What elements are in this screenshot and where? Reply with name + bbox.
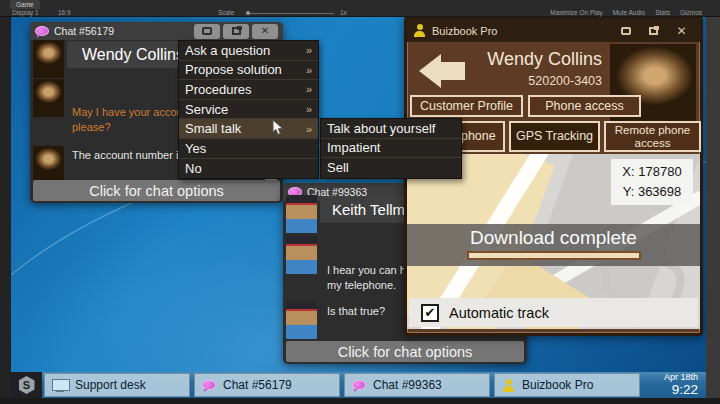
taskbar-item-support-desk[interactable]: Support desk <box>44 373 190 397</box>
automatic-track-row: ✔ Automatic track <box>409 298 698 327</box>
taskbar-item-label: Chat #99363 <box>373 378 442 392</box>
mute-audio-toggle[interactable]: Mute Audio <box>613 9 646 17</box>
back-arrow-shaft <box>440 62 465 80</box>
aspect-select[interactable]: 16:9 <box>58 9 71 17</box>
scale-slider-knob[interactable] <box>246 11 250 15</box>
avatar <box>33 40 64 78</box>
taskbar-item-buizbook[interactable]: Buizbook Pro <box>494 373 640 397</box>
scale-slider[interactable] <box>248 13 334 14</box>
coordinate-y: Y: 363698 <box>613 182 691 202</box>
menu-item-service[interactable]: Service » <box>179 100 318 120</box>
gizmos-toggle[interactable]: Gizmos <box>680 9 702 17</box>
menu-item-label: Yes <box>185 141 206 156</box>
minimize-button[interactable] <box>194 24 220 39</box>
scale-label: Scale <box>218 9 234 17</box>
gps-coordinates: X: 178780 Y: 363698 <box>611 159 693 205</box>
buizbook-window-buttons: ✕ <box>613 23 694 39</box>
menu-item-label: Procedures <box>185 82 251 97</box>
back-arrow-icon <box>419 54 441 88</box>
submenu-arrow-icon: » <box>306 83 312 95</box>
monitor-icon <box>52 379 68 392</box>
submenu-item-sell[interactable]: Sell <box>321 158 461 178</box>
taskbar-item-label: Chat #56179 <box>223 378 292 392</box>
gps-map[interactable]: X: 178780 Y: 363698 Download complete ✔ … <box>407 154 700 329</box>
game-desktop: Chat #56179 ✕ Wendy Collins May I have y… <box>11 17 706 398</box>
automatic-track-checkbox[interactable]: ✔ <box>421 304 439 322</box>
scale-value: 1x <box>340 9 347 17</box>
menu-item-propose-solution[interactable]: Propose solution » <box>179 61 318 81</box>
buizbook-titlebar[interactable]: Buizbook Pro ✕ <box>407 19 700 42</box>
close-button[interactable]: ✕ <box>252 24 278 39</box>
person-icon <box>502 379 515 392</box>
menu-item-label: Propose solution <box>185 62 282 77</box>
remote-phone-access-button[interactable]: Remote phone access <box>604 121 701 152</box>
taskbar-item-chat-56179[interactable]: Chat #56179 <box>194 373 340 397</box>
chat2-options-button[interactable]: Click for chat options <box>286 341 524 362</box>
game-logo-icon: S <box>19 376 35 394</box>
download-progress-bar <box>467 251 641 260</box>
avatar <box>33 146 64 184</box>
minimize-button[interactable] <box>613 23 638 39</box>
display-select[interactable]: Display 1 <box>12 9 39 17</box>
back-button[interactable] <box>419 54 465 88</box>
menu-item-yes[interactable]: Yes <box>179 139 318 159</box>
popout-button[interactable] <box>641 23 666 39</box>
game-tab[interactable]: Game <box>10 0 40 9</box>
person-icon <box>413 24 426 37</box>
menu-item-label: No <box>185 161 202 176</box>
menu-item-label: Small talk <box>185 121 241 136</box>
time-label: 9:22 <box>664 383 698 398</box>
automatic-track-label: Automatic track <box>449 305 549 321</box>
avatar <box>286 301 317 339</box>
editor-left-edge <box>0 17 11 404</box>
contact-name: Wendy Collins <box>487 49 602 70</box>
taskbar-item-label: Support desk <box>75 378 146 392</box>
close-icon: ✕ <box>261 26 269 36</box>
close-button[interactable]: ✕ <box>669 23 694 39</box>
taskbar-item-label: Buizbook Pro <box>522 378 593 392</box>
gps-tracking-button[interactable]: GPS Tracking <box>509 121 600 152</box>
chat-bubble-icon <box>352 380 366 390</box>
stats-toggle[interactable]: Stats <box>655 9 670 17</box>
contact-number: 520200-3403 <box>528 74 602 88</box>
coordinate-x: X: 178780 <box>613 162 691 182</box>
submenu-arrow-icon: » <box>306 64 312 76</box>
avatar <box>33 79 64 117</box>
menu-item-label: Ask a question <box>185 43 270 58</box>
menu-item-label: Sell <box>327 160 349 175</box>
menu-item-label: Service <box>185 102 228 117</box>
download-status: Download complete <box>407 227 700 249</box>
chat1-titlebar[interactable]: Chat #56179 ✕ <box>30 22 283 40</box>
chat-options-menu: Ask a question » Propose solution » Proc… <box>178 40 319 179</box>
avatar <box>286 236 317 274</box>
chat1-options-button[interactable]: Click for chat options <box>33 180 280 201</box>
taskbar-item-chat-99363[interactable]: Chat #99363 <box>344 373 490 397</box>
buizbook-tabs: Customer Profile Phone access <box>410 95 641 117</box>
submenu-arrow-icon: » <box>306 103 312 115</box>
small-talk-submenu: Talk about yourself Impatient Sell <box>320 118 462 179</box>
menu-item-procedures[interactable]: Procedures » <box>179 80 318 100</box>
chat1-window-buttons: ✕ <box>194 24 278 39</box>
editor-right-edge <box>706 17 720 404</box>
editor-bottom-edge <box>0 398 720 404</box>
tab-phone-access[interactable]: Phone access <box>528 95 641 117</box>
window-icon <box>621 27 631 35</box>
start-button[interactable]: S <box>11 372 42 398</box>
menu-item-no[interactable]: No <box>179 159 318 179</box>
menu-item-label: Talk about yourself <box>327 121 435 136</box>
window-icon <box>202 27 212 35</box>
menu-item-label: Impatient <box>327 140 380 155</box>
submenu-item-talk-about-yourself[interactable]: Talk about yourself <box>321 119 461 139</box>
submenu-arrow-icon: » <box>306 123 312 135</box>
buizbook-title: Buizbook Pro <box>432 25 497 37</box>
popout-icon <box>649 27 658 35</box>
tab-customer-profile[interactable]: Customer Profile <box>410 95 523 117</box>
menu-item-small-talk[interactable]: Small talk » <box>179 119 318 139</box>
submenu-item-impatient[interactable]: Impatient <box>321 139 461 159</box>
taskbar: S Support desk Chat #56179 Chat #99363 B… <box>11 372 706 398</box>
editor-toolbar: Game Display 1 16:9 Scale 1x Maximize On… <box>0 0 720 17</box>
popout-button[interactable] <box>223 24 249 39</box>
menu-item-ask-a-question[interactable]: Ask a question » <box>179 41 318 61</box>
maximize-on-play-toggle[interactable]: Maximize On Play <box>550 9 602 17</box>
chat1-title: Chat #56179 <box>54 25 114 37</box>
